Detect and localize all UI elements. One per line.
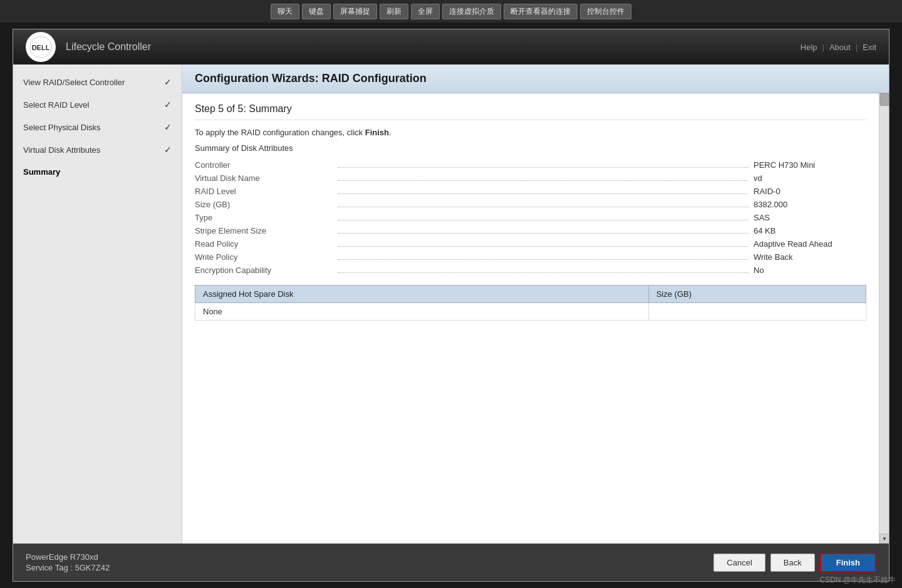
window-footer: PowerEdge R730xd Service Tag : 5GK7Z42 C… (13, 544, 889, 581)
sidebar-item-label: Select RAID Level (23, 100, 90, 110)
scrollbar-arrow-down[interactable]: ▼ (879, 534, 889, 544)
attr-dots-stripe (338, 233, 749, 234)
attr-row-vdname: Virtual Disk Name vd (195, 173, 866, 183)
sidebar-item-label: Summary (23, 167, 60, 177)
toolbar-btn[interactable]: 全屏 (411, 4, 440, 19)
window-header: DELL Lifecycle Controller Help | About |… (13, 29, 889, 64)
sep2: | (856, 43, 858, 52)
instruction: To apply the RAID configuration changes,… (195, 128, 866, 137)
hot-spare-col-size: Size (GB) (648, 286, 866, 303)
sidebar-item-label: View RAID/Select Controller (23, 78, 125, 87)
sep1: | (822, 43, 824, 52)
attr-value-controller: PERC H730 Mini (754, 160, 866, 170)
attr-dots-read (338, 246, 749, 247)
app-title: Lifecycle Controller (66, 41, 151, 53)
attr-row-write: Write Policy Write Back (195, 252, 866, 262)
attr-dots-size (338, 207, 749, 207)
toolbar-btn[interactable]: 断开查看器的连接 (504, 4, 578, 19)
footer-service-tag: Service Tag : 5GK7Z42 (26, 563, 110, 572)
attributes-table: Controller PERC H730 Mini Virtual Disk N… (195, 160, 866, 275)
sidebar-item-view-raid[interactable]: View RAID/Select Controller ✓ (13, 71, 182, 93)
attr-row-read: Read Policy Adaptive Read Ahead (195, 239, 866, 249)
toolbar-btn[interactable]: 控制台控件 (580, 4, 631, 19)
attr-label-controller: Controller (195, 160, 333, 170)
attr-label-stripe: Stripe Element Size (195, 226, 333, 235)
hot-spare-row: None (195, 303, 866, 321)
attr-value-write: Write Back (754, 252, 866, 262)
attr-value-type: SAS (754, 213, 866, 222)
attr-label-read: Read Policy (195, 239, 333, 249)
scrollbar-track[interactable]: ▲ ▼ (879, 93, 889, 544)
main-container: DELL Lifecycle Controller Help | About |… (0, 23, 902, 588)
sidebar-item-label: Virtual Disk Attributes (23, 145, 100, 155)
attr-row-controller: Controller PERC H730 Mini (195, 160, 866, 170)
footer-device: PowerEdge R730xd (26, 552, 110, 562)
content-header: Configuration Wizards: RAID Configuratio… (182, 64, 889, 93)
attr-dots-raid (338, 193, 749, 194)
help-link[interactable]: Help (801, 43, 817, 52)
attr-row-encrypt: Encryption Capability No (195, 266, 866, 275)
section-title: Summary of Disk Attributes (195, 143, 866, 153)
attr-row-stripe: Stripe Element Size 64 KB (195, 226, 866, 235)
header-left: DELL Lifecycle Controller (26, 32, 151, 62)
attr-value-size: 8382.000 (754, 200, 866, 209)
content-area: Configuration Wizards: RAID Configuratio… (182, 64, 889, 544)
hot-spare-disk-value: None (195, 303, 649, 321)
attr-dots-write (338, 259, 749, 260)
svg-text:DELL: DELL (32, 44, 50, 51)
exit-link[interactable]: Exit (863, 43, 876, 52)
toolbar-btn[interactable]: 刷新 (380, 4, 408, 19)
attr-label-encrypt: Encryption Capability (195, 266, 333, 275)
hot-spare-table: Assigned Hot Spare Disk Size (GB) None (195, 285, 866, 321)
window-body: View RAID/Select Controller ✓ Select RAI… (13, 64, 889, 544)
finish-button[interactable]: Finish (820, 553, 876, 572)
content-with-scrollbar: Step 5 of 5: Summary To apply the RAID c… (182, 93, 889, 544)
attr-dots-controller (338, 167, 749, 168)
footer-buttons: Cancel Back Finish (713, 553, 876, 572)
attr-value-stripe: 64 KB (754, 226, 866, 235)
check-icon-4: ✓ (164, 145, 172, 155)
step-title: Step 5 of 5: Summary (195, 103, 866, 120)
toolbar-btn[interactable]: 屏幕捕捉 (333, 4, 377, 19)
attr-label-size: Size (GB) (195, 200, 333, 209)
attr-dots-type (338, 220, 749, 220)
attr-value-raid: RAID-0 (754, 187, 866, 196)
sidebar-item-select-physical[interactable]: Select Physical Disks ✓ (13, 116, 182, 138)
sidebar-item-select-raid[interactable]: Select RAID Level ✓ (13, 93, 182, 116)
attr-row-raid: RAID Level RAID-0 (195, 187, 866, 196)
attr-value-encrypt: No (754, 266, 866, 275)
sidebar-item-label: Select Physical Disks (23, 123, 101, 132)
dell-logo: DELL (26, 32, 56, 62)
toolbar-btn[interactable]: 键盘 (302, 4, 331, 19)
check-icon-3: ✓ (164, 122, 172, 132)
attr-dots-vdname (338, 180, 749, 181)
attr-label-type: Type (195, 213, 333, 222)
sidebar-item-summary[interactable]: Summary (13, 161, 182, 183)
attr-dots-encrypt (338, 272, 749, 273)
hot-spare-size-value (648, 303, 866, 321)
watermark: CSDN @牛先生不姓牛 (819, 575, 896, 585)
attr-value-read: Adaptive Read Ahead (754, 239, 866, 249)
back-button[interactable]: Back (770, 554, 815, 572)
toolbar-btn[interactable]: 连接虚拟介质 (442, 4, 501, 19)
attr-label-raid: RAID Level (195, 187, 333, 196)
hot-spare-col-disk: Assigned Hot Spare Disk (195, 286, 649, 303)
attr-value-vdname: vd (754, 173, 866, 183)
attr-label-vdname: Virtual Disk Name (195, 173, 333, 183)
top-toolbar: 聊天键盘屏幕捕捉刷新全屏连接虚拟介质断开查看器的连接控制台控件 (0, 0, 902, 23)
content-body: Step 5 of 5: Summary To apply the RAID c… (182, 93, 879, 544)
attr-label-write: Write Policy (195, 252, 333, 262)
check-icon-2: ✓ (164, 100, 172, 110)
scrollbar-thumb[interactable] (880, 93, 889, 106)
sidebar-item-virtual-disk[interactable]: Virtual Disk Attributes ✓ (13, 138, 182, 161)
cancel-button[interactable]: Cancel (713, 554, 765, 572)
toolbar-btn[interactable]: 聊天 (271, 4, 299, 19)
sidebar: View RAID/Select Controller ✓ Select RAI… (13, 64, 182, 544)
check-icon-1: ✓ (164, 77, 172, 87)
header-nav: Help | About | Exit (801, 43, 876, 52)
attr-row-type: Type SAS (195, 213, 866, 222)
window: DELL Lifecycle Controller Help | About |… (13, 29, 889, 582)
footer-info: PowerEdge R730xd Service Tag : 5GK7Z42 (26, 552, 110, 572)
wizard-title: Configuration Wizards: RAID Configuratio… (195, 72, 876, 85)
about-link[interactable]: About (829, 43, 851, 52)
